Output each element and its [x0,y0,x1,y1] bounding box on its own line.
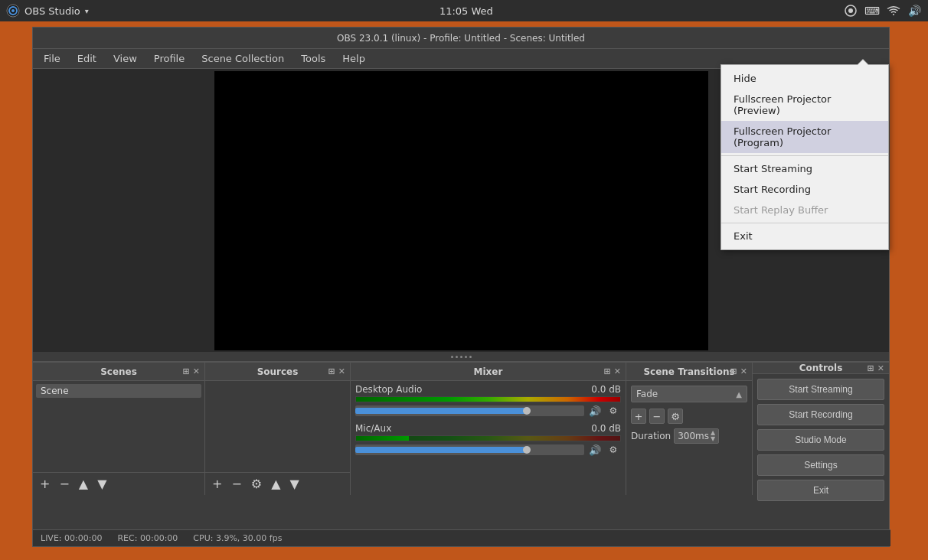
mic-aux-header: Mic/Aux 0.0 dB [355,423,621,434]
system-time: 11:05 Wed [439,5,493,17]
sources-header-icons: ⊞ ✕ [328,366,345,376]
desktop-audio-slider[interactable] [355,405,584,416]
status-bar: LIVE: 00:00:00 REC: 00:00:00 CPU: 3.9%, … [33,529,890,546]
scenes-panel-title: Scenes [100,366,137,377]
scenes-expand-icon[interactable]: ⊞ [183,366,190,376]
sources-panel-header: Sources ⊞ ✕ [205,363,350,381]
context-menu-start-streaming[interactable]: Start Streaming [721,158,888,179]
wifi-icon [887,4,900,18]
menu-file[interactable]: File [36,50,68,67]
sources-down-btn[interactable]: ▼ [287,477,301,491]
start-streaming-btn[interactable]: Start Streaming [757,379,884,400]
transition-buttons-row: + − ⚙ [631,409,747,424]
desktop-audio-header: Desktop Audio 0.0 dB [355,384,621,395]
obs-logo-icon [6,4,20,18]
obs-tray-icon[interactable] [844,4,858,18]
menu-help[interactable]: Help [335,50,373,67]
sources-panel-title: Sources [257,366,299,377]
menu-profile[interactable]: Profile [146,50,192,67]
mic-aux-mute-btn[interactable]: 🔊 [587,442,603,457]
desktop-audio-settings-btn[interactable]: ⚙ [606,403,621,418]
sources-add-btn[interactable]: + [210,477,224,491]
transition-type-select[interactable]: Fade ▲ [631,386,747,402]
sources-remove-btn[interactable]: − [229,477,243,491]
sources-settings-icon[interactable]: ✕ [338,366,345,376]
context-menu-start-recording[interactable]: Start Recording [721,179,888,200]
scene-item-scene[interactable]: Scene [36,384,201,398]
controls-panel-title: Controls [799,363,843,373]
transition-add-btn[interactable]: + [631,409,646,424]
cpu-status: CPU: 3.9%, 30.00 fps [193,533,282,543]
system-bar-left: OBS Studio ▾ [6,4,89,18]
transition-remove-btn[interactable]: − [649,409,665,424]
duration-down-btn[interactable]: ▼ [711,436,715,442]
context-menu-hide[interactable]: Hide [721,68,888,89]
mixer-channel-mic: Mic/Aux 0.0 dB 🔊 ⚙ [355,423,621,457]
transition-config-btn[interactable]: ⚙ [668,409,683,424]
desktop-audio-db: 0.0 dB [591,384,621,395]
transitions-panel: Scene Transitions ⊞ ✕ Fade ▲ + − ⚙ Durat… [626,363,753,495]
transitions-settings-icon[interactable]: ✕ [740,366,747,376]
mixer-panel-header: Mixer ⊞ ✕ [351,363,626,381]
menu-view[interactable]: View [106,50,145,67]
transitions-content: Fade ▲ + − ⚙ Duration 300ms ▲ ▼ [626,381,752,495]
desktop-audio-mute-btn[interactable]: 🔊 [587,403,603,418]
desktop-audio-meter [355,396,621,402]
scenes-panel: Scenes ⊞ ✕ Scene + − ▲ ▼ [33,363,205,495]
context-menu-exit[interactable]: Exit [721,226,888,246]
sources-up-btn[interactable]: ▲ [269,477,283,491]
scenes-settings-icon[interactable]: ✕ [193,366,200,376]
live-status: LIVE: 00:00:00 [41,533,102,543]
context-menu-fullscreen-program[interactable]: Fullscreen Projector (Program) [721,121,888,153]
context-menu-start-replay: Start Replay Buffer [721,200,888,220]
sources-props-btn[interactable]: ⚙ [249,477,264,491]
mic-aux-label: Mic/Aux [355,423,391,434]
controls-expand-icon[interactable]: ⊞ [868,363,874,373]
controls-panel: Controls ⊞ ✕ Start Streaming Start Recor… [753,363,889,495]
preview-canvas [214,71,708,350]
scenes-down-btn[interactable]: ▼ [95,477,109,491]
menu-tools[interactable]: Tools [293,50,333,67]
menu-scene-collection[interactable]: Scene Collection [194,50,292,67]
duration-row: Duration 300ms ▲ ▼ [631,428,747,444]
studio-mode-btn[interactable]: Studio Mode [757,429,884,451]
context-menu-sep-2 [721,223,888,223]
mixer-expand-icon[interactable]: ⊞ [604,366,611,376]
controls-content: Start Streaming Start Recording Studio M… [753,374,889,506]
system-tray: ⌨ 🔊 [844,4,922,18]
keyboard-icon[interactable]: ⌨ [865,4,879,18]
duration-value: 300ms [678,431,709,441]
transition-type-value: Fade [636,389,658,399]
mic-aux-settings-btn[interactable]: ⚙ [606,442,621,457]
transitions-expand-icon[interactable]: ⊞ [730,366,737,376]
app-menu-arrow[interactable]: ▾ [85,7,89,15]
system-bar: OBS Studio ▾ 11:05 Wed ⌨ 🔊 [0,0,928,21]
resize-dots [451,356,472,358]
start-recording-btn[interactable]: Start Recording [757,404,884,425]
duration-label: Duration [631,431,671,441]
mixer-panel: Mixer ⊞ ✕ Desktop Audio 0.0 dB [351,363,626,495]
bottom-panels: Scenes ⊞ ✕ Scene + − ▲ ▼ Sources ⊞ [33,361,889,495]
sources-panel: Sources ⊞ ✕ + − ⚙ ▲ ▼ [205,363,351,495]
context-menu-fullscreen-preview[interactable]: Fullscreen Projector (Preview) [721,89,888,121]
context-menu-sep-1 [721,155,888,156]
sources-content [205,381,350,472]
scenes-up-btn[interactable]: ▲ [77,477,90,491]
mixer-settings-icon[interactable]: ✕ [614,366,621,376]
app-name[interactable]: OBS Studio [25,5,80,17]
volume-icon[interactable]: 🔊 [908,4,922,18]
rec-status: REC: 00:00:00 [117,533,178,543]
scenes-remove-btn[interactable]: − [57,477,71,491]
settings-btn[interactable]: Settings [757,454,884,476]
transitions-panel-header: Scene Transitions ⊞ ✕ [626,363,752,381]
mic-aux-slider[interactable] [355,444,584,455]
exit-btn[interactable]: Exit [757,480,884,501]
transition-dropdown-arrow: ▲ [736,390,742,399]
menu-edit[interactable]: Edit [70,50,104,67]
duration-input-wrapper[interactable]: 300ms ▲ ▼ [674,428,719,444]
scenes-add-btn[interactable]: + [38,477,52,491]
context-menu: Hide Fullscreen Projector (Preview) Full… [721,64,889,250]
controls-settings-icon[interactable]: ✕ [877,363,884,373]
sources-expand-icon[interactable]: ⊞ [328,366,335,376]
resize-handle-row[interactable] [33,352,889,361]
